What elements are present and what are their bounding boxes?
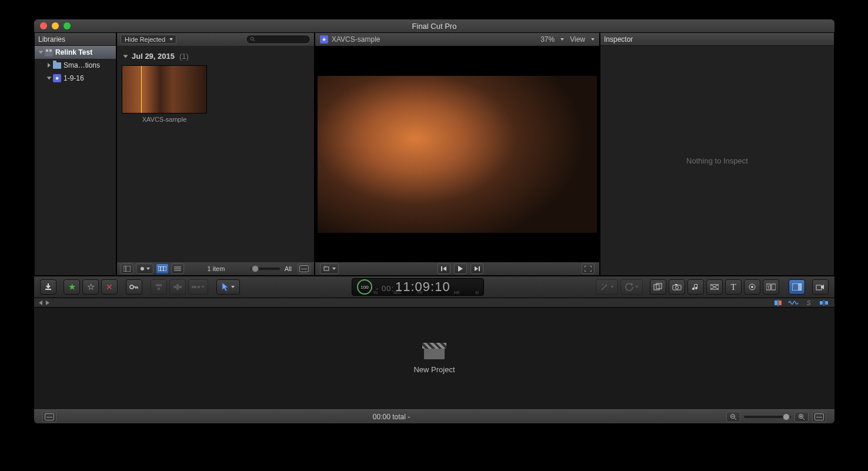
clip-appearance-toggle[interactable] — [298, 263, 311, 274]
svg-rect-5 — [158, 266, 166, 271]
svg-rect-22 — [156, 284, 162, 286]
browser-body[interactable]: Jul 29, 2015 (1) XAVCS-sample — [117, 46, 314, 262]
clip-item[interactable]: XAVCS-sample — [122, 65, 207, 123]
go-to-end-button[interactable] — [470, 263, 483, 274]
svg-marker-14 — [443, 266, 446, 271]
clip-name: XAVCS-sample — [122, 116, 207, 123]
svg-rect-24 — [173, 286, 176, 288]
photos-browser-button[interactable] — [669, 279, 685, 295]
camera-icon — [672, 283, 682, 290]
snapping-toggle[interactable] — [818, 299, 830, 306]
svg-rect-11 — [324, 267, 329, 270]
favorite-button[interactable]: ★ — [64, 279, 80, 295]
play-button[interactable] — [454, 263, 467, 274]
svg-rect-26 — [176, 284, 179, 290]
arrow-tool-icon — [222, 282, 229, 292]
append-clip-button[interactable] — [188, 279, 208, 295]
timecode-display[interactable]: 100 - 00: 11:09:10 INSECFRHRM — [352, 278, 484, 296]
index-icon — [45, 413, 54, 420]
svg-marker-31 — [631, 283, 633, 286]
inspector-pane: Inspector Nothing to Inspect — [600, 32, 834, 276]
filter-dropdown[interactable]: Hide Rejected — [121, 35, 176, 44]
unrate-button[interactable]: ☆ — [82, 279, 99, 295]
tree-item-folder[interactable]: Sma…tions — [35, 59, 116, 72]
svg-rect-36 — [675, 284, 677, 285]
clip-appearance-button[interactable] — [136, 263, 153, 274]
viewer-canvas[interactable] — [315, 46, 599, 262]
zoom-in-button[interactable] — [794, 412, 809, 422]
tool-selector[interactable] — [216, 279, 240, 295]
enhance-menu-button[interactable] — [596, 279, 618, 295]
svg-line-61 — [803, 418, 804, 420]
transitions-browser-button[interactable] — [706, 279, 723, 295]
clip-appearance-button[interactable] — [812, 412, 826, 422]
search-field[interactable] — [246, 35, 311, 44]
effects-browser-button[interactable] — [650, 279, 666, 295]
chevron-down-icon[interactable] — [560, 38, 564, 41]
viewer-footer — [315, 262, 599, 275]
timeline-index-button[interactable] — [42, 412, 56, 422]
item-count: 1 item — [186, 265, 246, 272]
reject-button[interactable]: ✕ — [101, 279, 118, 295]
generators-icon — [748, 283, 756, 291]
tree-item-library[interactable]: Relink Test — [35, 46, 116, 59]
inspector-empty: Nothing to Inspect — [600, 46, 834, 275]
tree-label: Relink Test — [55, 48, 92, 56]
timeline-area[interactable]: New Project — [34, 308, 834, 409]
browser-footer: 1 item All — [117, 262, 314, 275]
libraries-header: Libraries — [35, 33, 116, 46]
go-to-start-button[interactable] — [438, 263, 450, 274]
svg-rect-25 — [179, 286, 182, 288]
share-button[interactable] — [812, 279, 829, 295]
transform-menu-button[interactable] — [320, 263, 339, 274]
clip-group-header[interactable]: Jul 29, 2015 (1) — [122, 52, 309, 61]
filmstrip-icon — [158, 266, 166, 271]
group-date: Jul 29, 2015 — [132, 52, 175, 61]
event-icon: ★ — [53, 74, 61, 82]
audio-skimming-toggle[interactable] — [787, 299, 799, 306]
tree-item-event[interactable]: ★ 1-9-16 — [35, 72, 116, 85]
chevron-down-icon[interactable] — [591, 38, 595, 41]
filmstrip-view-button[interactable] — [156, 263, 169, 274]
disclosure-triangle-icon[interactable] — [39, 51, 44, 54]
skimming-toggle[interactable] — [772, 299, 784, 306]
timeline-forward-button[interactable] — [46, 300, 49, 305]
insert-clip-button[interactable] — [169, 279, 186, 295]
view-menu[interactable]: View — [570, 35, 585, 44]
keyword-button[interactable] — [126, 279, 142, 295]
inspector-toggle-button[interactable] — [789, 279, 805, 295]
disclosure-triangle-icon[interactable] — [47, 77, 52, 80]
import-button[interactable] — [40, 279, 56, 295]
zoom-out-button[interactable] — [726, 412, 740, 422]
zoom-window-button[interactable] — [64, 22, 71, 29]
disclosure-triangle-icon[interactable] — [123, 55, 128, 58]
clip-thumbnail[interactable] — [122, 65, 207, 113]
fullscreen-button[interactable] — [582, 263, 595, 274]
svg-rect-53 — [825, 301, 828, 305]
minimize-window-button[interactable] — [52, 22, 59, 29]
new-project-label[interactable]: New Project — [413, 365, 455, 374]
timeline-back-button[interactable] — [39, 300, 42, 305]
transitions-icon — [710, 283, 719, 290]
titlebar: Final Cut Pro — [34, 19, 834, 32]
timeline-zoom-slider[interactable] — [744, 416, 791, 418]
themes-browser-button[interactable]: T — [763, 279, 779, 295]
viewer-pane: ★ XAVCS-sample 37% View — [315, 32, 600, 276]
svg-point-4 — [141, 267, 144, 270]
retime-menu-button[interactable] — [620, 279, 643, 295]
background-tasks-gauge[interactable]: 100 — [357, 279, 372, 295]
viewer-zoom-value[interactable]: 37% — [540, 35, 555, 44]
close-window-button[interactable] — [40, 22, 47, 29]
music-browser-button[interactable] — [687, 279, 704, 295]
list-view-button[interactable] — [171, 263, 184, 274]
toggle-filmstrip-button[interactable] — [121, 263, 133, 274]
titles-browser-button[interactable]: T — [725, 279, 742, 295]
key-icon — [129, 283, 139, 291]
disclosure-triangle-icon[interactable] — [48, 63, 51, 68]
connect-clip-button[interactable] — [151, 279, 167, 295]
generators-browser-button[interactable] — [744, 279, 760, 295]
thumbnail-zoom-slider[interactable] — [251, 268, 280, 270]
svg-line-1 — [253, 40, 255, 42]
svg-marker-15 — [458, 266, 463, 272]
solo-toggle[interactable]: S — [803, 299, 814, 306]
